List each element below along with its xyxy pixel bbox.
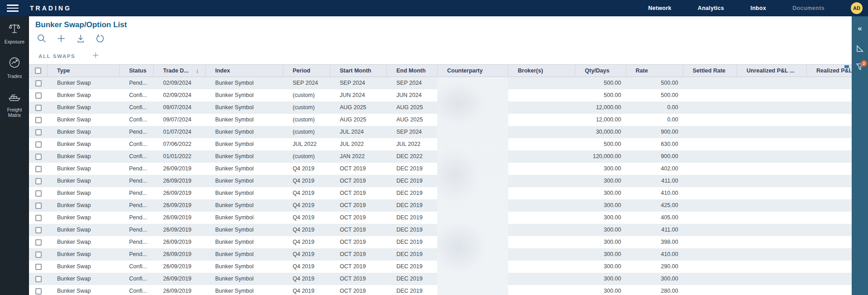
- cell-period: (custom): [283, 89, 330, 102]
- row-checkbox[interactable]: [35, 80, 42, 87]
- col-header-counterparty[interactable]: Counterparty: [438, 65, 508, 77]
- cell-settled-rate: [683, 89, 737, 102]
- row-checkbox[interactable]: [35, 92, 42, 99]
- cell-qty-days: 300.00: [575, 163, 626, 175]
- cell-index: Bunker Symbol: [206, 163, 283, 175]
- row-checkbox[interactable]: [35, 117, 42, 123]
- cell-qty-days: 500.00: [575, 77, 626, 89]
- cell-period: Q4 2019: [283, 199, 330, 212]
- user-avatar[interactable]: AD: [851, 2, 863, 14]
- row-checkbox[interactable]: [35, 129, 42, 135]
- cell-status: Pend...: [120, 212, 154, 224]
- cell-period: (custom): [283, 126, 330, 138]
- row-checkbox[interactable]: [35, 264, 42, 270]
- cell-brokers: [508, 187, 575, 199]
- add-tab-button[interactable]: [92, 51, 100, 61]
- cell-qty-days: 120,000.00: [575, 150, 626, 163]
- scrollbar-thumb[interactable]: [844, 65, 849, 68]
- col-header-brokers[interactable]: Broker(s): [508, 65, 575, 77]
- cell-end-month: DEC 2019: [387, 224, 438, 236]
- cell-index: Bunker Symbol: [206, 248, 283, 261]
- cell-settled-rate: [683, 163, 737, 175]
- filter-button[interactable]: 2: [852, 60, 868, 75]
- cell-qty-days: 12,000.00: [575, 114, 626, 126]
- cell-type: Bunker Swap: [48, 77, 120, 89]
- col-header-qty-days[interactable]: Qty/Days: [575, 65, 626, 77]
- cell-end-month: JUL 2022: [387, 138, 438, 150]
- undo-refresh-button[interactable]: [95, 34, 106, 45]
- row-select-cell: [29, 114, 48, 126]
- sidebar-item-freight-matrix[interactable]: Freight Matrix: [0, 84, 29, 118]
- cell-period: SEP 2024: [283, 77, 330, 89]
- row-checkbox[interactable]: [35, 190, 42, 197]
- cell-unrealized-pl: [737, 126, 807, 138]
- row-checkbox[interactable]: [35, 239, 42, 246]
- cell-settled-rate: [683, 224, 737, 236]
- cell-realized-pl: [807, 163, 852, 175]
- cell-qty-days: 300.00: [575, 175, 626, 187]
- row-checkbox[interactable]: [35, 105, 42, 111]
- nav-item-documents[interactable]: Documents: [792, 5, 825, 11]
- tab-all-swaps[interactable]: ALL SWAPS: [39, 53, 75, 59]
- row-checkbox[interactable]: [35, 141, 42, 148]
- collapse-panel-button[interactable]: «: [852, 21, 868, 36]
- col-header-period[interactable]: Period: [283, 65, 330, 77]
- cell-status: Confi...: [120, 89, 154, 102]
- col-header-end-month[interactable]: End Month: [387, 65, 438, 77]
- search-button[interactable]: [36, 34, 47, 45]
- col-header-start-month[interactable]: Start Month: [330, 65, 387, 77]
- cell-end-month: DEC 2019: [387, 285, 438, 295]
- cell-index: Bunker Symbol: [206, 212, 283, 224]
- sort-desc-icon[interactable]: ↓: [196, 65, 199, 77]
- plus-icon: [56, 34, 66, 45]
- col-header-unrealized-pl[interactable]: Unrealized P&L ...: [737, 65, 807, 77]
- cell-realized-pl: [807, 224, 852, 236]
- nav-item-analytics[interactable]: Analytics: [698, 5, 724, 11]
- row-checkbox[interactable]: [35, 227, 42, 233]
- sidebar-item-exposure[interactable]: Exposure: [0, 16, 29, 44]
- cell-type: Bunker Swap: [48, 285, 120, 295]
- cell-type: Bunker Swap: [48, 163, 120, 175]
- row-checkbox[interactable]: [35, 203, 42, 209]
- ship-icon: [7, 91, 22, 104]
- cell-status: Confi...: [120, 102, 154, 114]
- download-icon: [76, 34, 86, 45]
- col-header-settled-rate[interactable]: Settled Rate: [683, 65, 737, 77]
- col-header-trade-date[interactable]: Trade D... ↓: [154, 65, 206, 77]
- row-checkbox[interactable]: [35, 215, 42, 221]
- row-select-cell: [29, 248, 48, 261]
- col-header-rate[interactable]: Rate: [626, 65, 683, 77]
- download-button[interactable]: [75, 34, 86, 45]
- row-checkbox[interactable]: [35, 288, 42, 295]
- left-sidebar: Exposure Trades Freight Mat: [0, 16, 29, 295]
- row-select-cell: [29, 138, 48, 150]
- cell-index: Bunker Symbol: [206, 236, 283, 248]
- col-header-status[interactable]: Status: [120, 65, 154, 77]
- cell-brokers: [508, 77, 575, 89]
- cell-qty-days: 300.00: [575, 224, 626, 236]
- row-checkbox[interactable]: [35, 154, 42, 160]
- col-header-index[interactable]: Index: [206, 65, 283, 77]
- row-checkbox[interactable]: [35, 178, 42, 184]
- row-select-cell: [29, 273, 48, 285]
- cell-index: Bunker Symbol: [206, 126, 283, 138]
- select-all-checkbox[interactable]: [35, 68, 41, 74]
- cell-trade-date: 26/09/2019: [154, 248, 206, 261]
- sidebar-item-trades[interactable]: Trades: [0, 50, 29, 79]
- cell-brokers: [508, 102, 575, 114]
- cell-type: Bunker Swap: [48, 224, 120, 236]
- measure-tool-button[interactable]: [852, 42, 868, 57]
- cell-brokers: [508, 224, 575, 236]
- cell-index: Bunker Symbol: [206, 175, 283, 187]
- row-select-cell: [29, 77, 48, 89]
- cell-trade-date: 02/09/2024: [154, 89, 206, 102]
- col-header-type[interactable]: Type: [48, 65, 120, 77]
- nav-item-network[interactable]: Network: [648, 5, 671, 11]
- nav-item-inbox[interactable]: Inbox: [750, 5, 766, 11]
- hamburger-menu-icon[interactable]: [7, 5, 19, 12]
- row-checkbox[interactable]: [35, 276, 42, 282]
- row-checkbox[interactable]: [35, 251, 42, 258]
- add-trade-button[interactable]: [56, 34, 67, 45]
- cell-end-month: DEC 2022: [387, 150, 438, 163]
- row-checkbox[interactable]: [35, 166, 42, 172]
